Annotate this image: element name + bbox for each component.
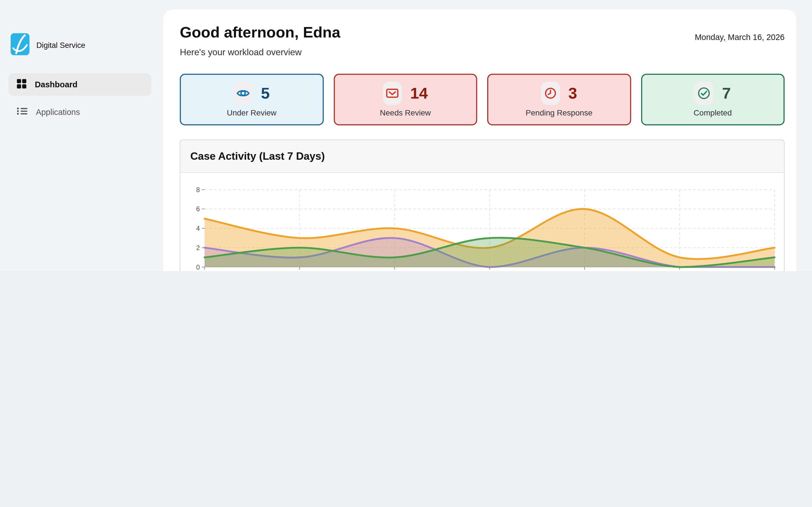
stat-top: 7 [695, 82, 731, 105]
digital-service-logo-icon [10, 33, 29, 57]
stat-top: 5 [234, 82, 269, 105]
stat-value: 3 [568, 84, 577, 102]
sidebar-item-label: Applications [36, 107, 80, 117]
clock-icon [541, 82, 560, 105]
stat-value: 5 [261, 84, 270, 102]
page-title: Good afternoon, Edna [180, 23, 784, 41]
check-circle-icon [695, 82, 714, 105]
brand: Digital Service [10, 33, 85, 57]
brand-name: Digital Service [36, 41, 85, 50]
stat-card-pending-response[interactable]: 3 Pending Response [487, 74, 631, 125]
svg-text:8: 8 [196, 186, 200, 193]
list-icon [17, 107, 28, 117]
stat-label: Needs Review [380, 108, 431, 117]
stat-card-under-review[interactable]: 5 Under Review [180, 74, 324, 125]
grid-icon [17, 79, 27, 91]
stat-label: Completed [694, 108, 732, 117]
svg-text:0: 0 [196, 264, 200, 271]
stat-card-needs-review[interactable]: 14 Needs Review [334, 74, 477, 125]
eye-icon [234, 82, 252, 105]
page-subtitle: Here's your workload overview [180, 47, 784, 58]
stat-value: 7 [722, 84, 731, 102]
case-activity-header: Case Activity (Last 7 Days) [181, 140, 784, 173]
case-activity-chart: 02468MonTueWedThuFriSatSun [181, 182, 784, 271]
svg-text:4: 4 [196, 225, 200, 232]
stat-top: 3 [541, 82, 577, 105]
sidebar: Digital Service Dashboard [0, 0, 159, 271]
stat-cards: 5 Under Review 14 Needs Review 3 Pending… [180, 74, 784, 125]
sidebar-item-dashboard[interactable]: Dashboard [8, 73, 151, 96]
main-content: Monday, March 16, 2026 Good afternoon, E… [163, 10, 796, 271]
current-date: Monday, March 16, 2026 [695, 33, 784, 42]
svg-text:6: 6 [196, 205, 200, 213]
sidebar-item-label: Dashboard [35, 80, 77, 89]
stat-label: Pending Response [525, 108, 592, 117]
mail-icon [383, 82, 402, 105]
stat-value: 14 [410, 84, 428, 102]
case-activity-title: Case Activity (Last 7 Days) [190, 150, 325, 162]
stat-label: Under Review [227, 108, 276, 117]
sidebar-item-applications[interactable]: Applications [8, 101, 151, 123]
case-activity-panel: Case Activity (Last 7 Days) 02468MonTueW… [180, 140, 784, 271]
sidebar-nav: Dashboard Applications [8, 73, 151, 128]
stat-top: 14 [383, 82, 428, 105]
stat-card-completed[interactable]: 7 Completed [641, 74, 784, 125]
case-activity-body: 02468MonTueWedThuFriSatSun Completed New… [181, 173, 784, 271]
svg-text:2: 2 [196, 244, 200, 251]
dashboard-page: Digital Service Dashboard [0, 0, 812, 271]
